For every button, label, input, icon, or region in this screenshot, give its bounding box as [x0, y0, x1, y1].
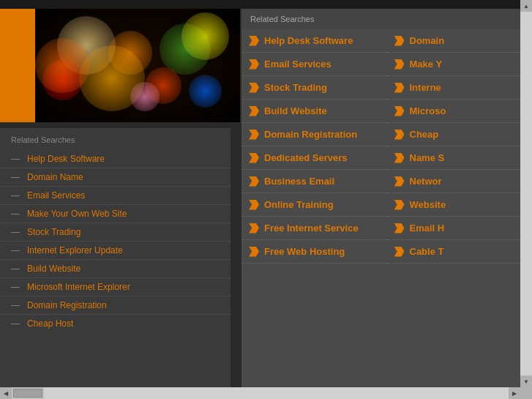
left-link-label: Email Services — [27, 190, 85, 201]
left-arrow-icon: — — [11, 245, 21, 256]
main-link-item-right[interactable]: Make Y — [387, 53, 533, 76]
main-link-item-right[interactable]: Networ — [387, 170, 533, 193]
left-link-label: Microsoft Internet Explorer — [27, 282, 130, 292]
main-arrow-icon — [394, 83, 405, 93]
left-link-item[interactable]: — Microsoft Internet Explorer — [0, 278, 231, 297]
main-arrow-icon — [394, 247, 405, 257]
left-arrow-icon: — — [11, 264, 21, 274]
main-link-label: Help Desk Software — [264, 35, 353, 46]
main-arrow-icon — [249, 200, 259, 210]
left-link-item[interactable]: — Help Desk Software — [0, 150, 231, 168]
left-link-label: Cheap Host — [27, 318, 73, 329]
orange-strip — [0, 9, 35, 122]
left-link-item[interactable]: — Build Website — [0, 260, 231, 278]
main-links-grid: Help Desk Software Domain Email Services… — [241, 29, 532, 264]
main-link-label: Stock Trading — [264, 82, 327, 93]
main-panel: Related Searches Help Desk Software Doma… — [241, 9, 532, 397]
main-link-item-left[interactable]: Help Desk Software — [241, 29, 387, 53]
main-link-label: Email Services — [264, 59, 331, 70]
left-arrow-icon: — — [11, 300, 21, 310]
main-arrow-icon — [394, 176, 405, 187]
scroll-track-h — [44, 387, 509, 399]
main-arrow-icon — [249, 36, 259, 46]
top-bar — [0, 0, 532, 9]
left-arrow-icon: — — [11, 282, 21, 292]
main-arrow-icon — [394, 36, 405, 46]
main-arrow-icon — [249, 106, 259, 116]
left-panel: Related Searches — Help Desk Software — … — [0, 128, 231, 392]
left-link-item[interactable]: — Cheap Host — [0, 315, 231, 332]
main-link-item-left[interactable]: Dedicated Servers — [241, 146, 387, 170]
main-arrow-icon — [394, 223, 405, 234]
left-link-item[interactable]: — Stock Trading — [0, 223, 231, 242]
left-link-label: Make Your Own Web Site — [27, 209, 127, 219]
main-link-item-right[interactable]: Interne — [387, 76, 533, 100]
main-link-item-right[interactable]: Cable T — [387, 240, 533, 264]
main-link-item-left[interactable]: Online Training — [241, 193, 387, 217]
main-arrow-icon — [249, 59, 259, 70]
left-link-label: Domain Name — [27, 172, 83, 182]
main-arrow-icon — [249, 247, 259, 257]
main-link-label: Business Email — [264, 176, 334, 187]
scroll-left-button[interactable]: ◀ — [0, 387, 12, 399]
scroll-thumb-h[interactable] — [13, 389, 42, 398]
left-arrow-icon: — — [11, 154, 21, 164]
main-arrow-icon — [394, 106, 405, 116]
main-link-item-left[interactable]: Email Services — [241, 53, 387, 76]
left-panel-title: Related Searches — [0, 135, 231, 150]
left-link-item[interactable]: — Email Services — [0, 187, 231, 205]
main-arrow-icon — [394, 153, 405, 163]
left-arrow-icon: — — [11, 172, 21, 182]
main-arrow-icon — [249, 130, 259, 140]
main-link-item-right[interactable]: Domain — [387, 29, 533, 53]
main-link-label: Cable T — [410, 246, 444, 257]
left-arrow-icon: — — [11, 190, 21, 201]
main-link-item-left[interactable]: Stock Trading — [241, 76, 387, 100]
left-arrow-icon: — — [11, 209, 21, 219]
main-link-item-left[interactable]: Free Web Hosting — [241, 240, 387, 264]
main-link-item-right[interactable]: Website — [387, 193, 533, 217]
main-link-label: Free Web Hosting — [264, 246, 345, 257]
left-link-label: Domain Registration — [27, 300, 107, 310]
main-link-item-left[interactable]: Business Email — [241, 170, 387, 193]
main-link-item-right[interactable]: Microso — [387, 100, 533, 123]
main-link-label: Cheap — [410, 129, 439, 140]
main-arrow-icon — [249, 223, 259, 234]
bokeh-bg — [35, 9, 240, 122]
main-link-item-left[interactable]: Free Internet Service — [241, 217, 387, 240]
main-link-item-right[interactable]: Name S — [387, 146, 533, 170]
main-link-label: Make Y — [410, 59, 443, 70]
left-link-label: Help Desk Software — [27, 154, 105, 164]
main-link-label: Website — [410, 199, 446, 210]
scrollbar-corner — [520, 387, 532, 399]
main-link-label: Domain — [410, 35, 445, 46]
main-link-item-left[interactable]: Domain Registration — [241, 123, 387, 146]
main-link-label: Email H — [410, 223, 445, 234]
left-link-label: Internet Explorer Update — [27, 245, 123, 256]
main-link-item-right[interactable]: Email H — [387, 217, 533, 240]
left-link-item[interactable]: — Domain Registration — [0, 297, 231, 315]
main-link-label: Dedicated Servers — [264, 152, 347, 163]
main-arrow-icon — [394, 200, 405, 210]
scrollbar-vertical[interactable]: ▲ ▼ — [520, 0, 532, 387]
main-link-label: Domain Registration — [264, 129, 357, 140]
main-link-label: Name S — [410, 152, 445, 163]
scroll-up-button[interactable]: ▲ — [520, 0, 532, 12]
main-link-label: Networ — [410, 176, 442, 187]
main-arrow-icon — [249, 153, 259, 163]
main-link-label: Microso — [410, 105, 446, 116]
left-link-item[interactable]: — Internet Explorer Update — [0, 242, 231, 260]
scrollbar-horizontal[interactable]: ◀ ▶ — [0, 387, 520, 399]
main-arrow-icon — [249, 176, 259, 187]
left-link-item[interactable]: — Domain Name — [0, 168, 231, 187]
scroll-right-button[interactable]: ▶ — [509, 387, 520, 399]
main-link-item-right[interactable]: Cheap — [387, 123, 533, 146]
scroll-down-button[interactable]: ▼ — [520, 376, 532, 387]
main-link-label: Free Internet Service — [264, 223, 359, 234]
main-panel-title: Related Searches — [241, 9, 532, 29]
left-link-label: Stock Trading — [27, 227, 80, 237]
left-link-item[interactable]: — Make Your Own Web Site — [0, 205, 231, 223]
scroll-track[interactable] — [520, 12, 532, 376]
left-link-label: Build Website — [27, 264, 80, 274]
main-link-item-left[interactable]: Build Website — [241, 100, 387, 123]
